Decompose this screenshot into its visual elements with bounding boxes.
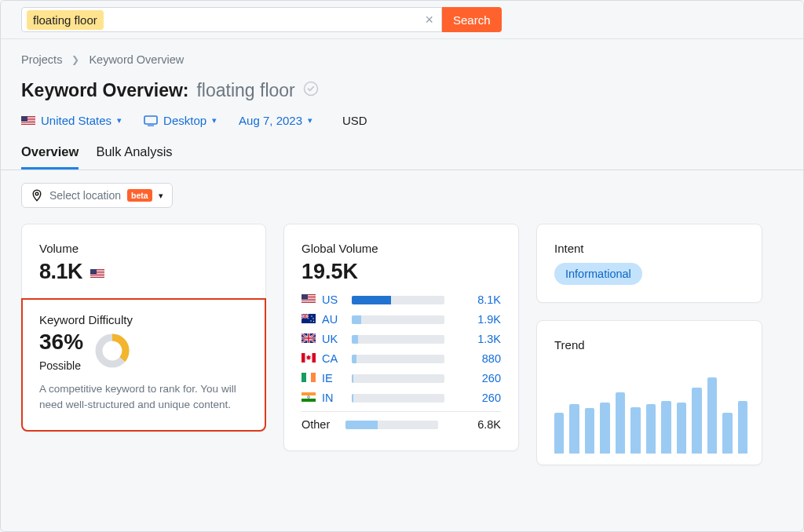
trend-bar — [600, 403, 609, 454]
trend-bar — [569, 404, 579, 454]
country-row[interactable]: UK1.3K — [302, 333, 501, 345]
trend-chart — [554, 369, 747, 454]
svg-point-35 — [313, 321, 314, 322]
kd-description: A competitive keyword to rank for. You w… — [39, 381, 248, 414]
trend-bar — [554, 413, 564, 454]
country-row[interactable]: IN260 — [302, 392, 501, 404]
trend-bar — [677, 403, 686, 454]
country-row[interactable]: AU1.9K — [302, 313, 501, 326]
location-placeholder: Select location — [49, 189, 121, 202]
trend-card: Trend — [536, 320, 762, 465]
ie-flag-icon — [302, 372, 316, 384]
bar — [352, 355, 444, 363]
trend-bar — [630, 407, 640, 454]
page-title: Keyword Overview: floating floor — [21, 80, 783, 101]
kd-donut-icon — [94, 333, 130, 369]
search-input-wrap[interactable]: floating floor × — [21, 7, 442, 32]
svg-rect-5 — [21, 122, 35, 122]
pin-icon — [31, 189, 43, 202]
trend-bar — [661, 401, 671, 454]
svg-rect-8 — [21, 116, 27, 122]
title-keyword: floating floor — [196, 80, 294, 101]
search-button[interactable]: Search — [442, 7, 502, 32]
svg-rect-41 — [306, 373, 311, 382]
verified-icon — [303, 81, 319, 101]
bar-fill — [352, 355, 356, 363]
svg-rect-43 — [302, 392, 316, 395]
bar — [352, 335, 444, 344]
volume-label: Volume — [39, 242, 248, 255]
intent-chip: Informational — [554, 263, 642, 285]
svg-point-33 — [312, 318, 313, 319]
volume-value: 8.1K — [39, 260, 82, 284]
bar — [352, 374, 444, 383]
country-row[interactable]: US8.1K — [302, 293, 501, 306]
desktop-icon — [144, 115, 158, 126]
trend-bar — [738, 401, 747, 454]
right-column: Intent Informational Trend — [536, 224, 762, 465]
us-flag-icon — [90, 260, 104, 284]
bar-fill — [345, 421, 378, 429]
kd-level: Possible — [39, 359, 83, 372]
tab-bulk-analysis[interactable]: Bulk Analysis — [96, 144, 172, 169]
svg-rect-18 — [90, 278, 104, 279]
chevron-right-icon: ❯ — [71, 54, 79, 65]
svg-rect-29 — [302, 294, 308, 300]
beta-badge: beta — [127, 189, 152, 202]
svg-rect-45 — [302, 399, 316, 402]
chevron-down-icon: ▾ — [117, 115, 122, 126]
tabs: Overview Bulk Analysis — [1, 127, 803, 170]
country-code: AU — [322, 313, 345, 326]
kd-label: Keyword Difficulty — [39, 313, 248, 326]
trend-label: Trend — [554, 338, 747, 352]
trend-bar — [692, 388, 701, 454]
bar — [352, 394, 444, 403]
country-list: US8.1KAU1.9KUK1.3KCA880IE260IN260 — [302, 293, 501, 404]
intent-label: Intent — [554, 242, 744, 255]
bar-fill — [352, 394, 353, 403]
trend-bar — [722, 413, 732, 454]
date-filter[interactable]: Aug 7, 2023 ▾ — [239, 114, 312, 127]
chevron-down-icon: ▾ — [212, 115, 217, 126]
bar-fill — [352, 296, 391, 304]
country-filter-label: United States — [41, 114, 111, 127]
country-row[interactable]: IE260 — [302, 372, 501, 384]
breadcrumb-current: Keyword Overview — [89, 53, 184, 66]
country-row[interactable]: CA880 — [302, 352, 501, 365]
svg-point-11 — [35, 192, 38, 195]
svg-rect-9 — [144, 116, 157, 124]
breadcrumb-projects[interactable]: Projects — [21, 53, 62, 66]
device-filter-label: Desktop — [163, 114, 206, 127]
page-header: Projects ❯ Keyword Overview Keyword Over… — [1, 39, 803, 127]
bar-fill — [352, 335, 358, 344]
device-filter[interactable]: Desktop ▾ — [144, 114, 217, 127]
us-flag-icon — [21, 116, 35, 126]
svg-rect-17 — [90, 276, 104, 277]
trend-bar — [585, 408, 594, 454]
clear-icon[interactable]: × — [425, 12, 433, 28]
currency-label: USD — [342, 114, 367, 127]
trend-bar — [616, 392, 625, 454]
country-filter[interactable]: United States ▾ — [21, 114, 122, 127]
global-volume-value: 19.5K — [302, 260, 501, 284]
svg-rect-10 — [148, 125, 154, 126]
us-flag-icon — [302, 293, 316, 306]
search-chip: floating floor — [27, 10, 104, 30]
svg-rect-28 — [302, 303, 316, 304]
volume-value-row: 8.1K — [39, 260, 248, 284]
breadcrumb: Projects ❯ Keyword Overview — [21, 53, 783, 66]
country-code: IE — [322, 372, 345, 384]
tab-overview[interactable]: Overview — [21, 144, 79, 169]
country-row-other: Other 6.8K — [302, 418, 501, 431]
svg-rect-19 — [90, 269, 97, 275]
app-window: floating floor × Search Projects ❯ Keywo… — [0, 0, 804, 532]
country-value: 6.8K — [444, 418, 501, 431]
country-code: IN — [322, 392, 345, 404]
svg-point-32 — [311, 315, 312, 316]
country-code: Other — [302, 418, 339, 431]
location-select[interactable]: Select location beta ▾ — [21, 183, 173, 208]
country-value: 260 — [451, 392, 501, 404]
global-volume-label: Global Volume — [302, 242, 501, 255]
uk-flag-icon — [302, 333, 316, 345]
au-flag-icon — [302, 313, 316, 326]
